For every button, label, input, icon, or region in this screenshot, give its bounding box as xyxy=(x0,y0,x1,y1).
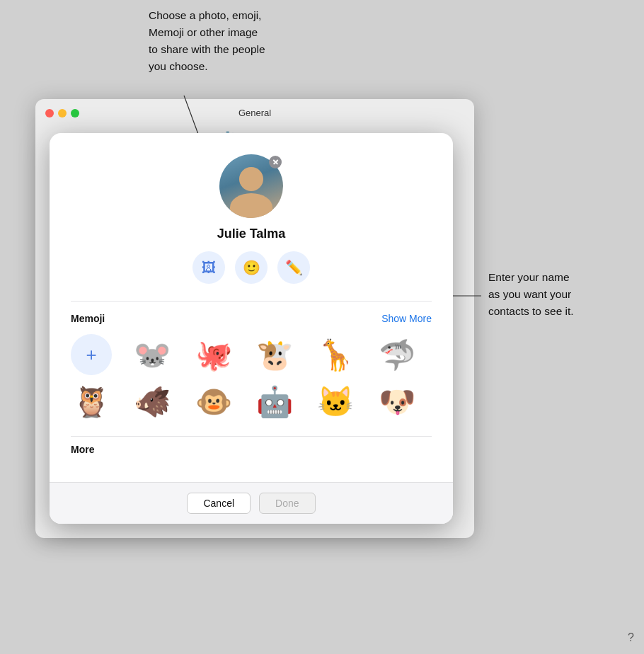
emoji-robot[interactable]: 🤖 xyxy=(254,381,295,422)
emoji-mouse[interactable]: 🐭 xyxy=(132,334,173,375)
emoji-giraffe[interactable]: 🦒 xyxy=(315,334,356,375)
emoji-owl[interactable]: 🦉 xyxy=(71,381,112,422)
photos-icon: 🖼 xyxy=(202,260,216,276)
help-button[interactable]: ? xyxy=(628,631,634,644)
more-label: More xyxy=(71,436,432,461)
done-button[interactable]: Done xyxy=(259,493,315,514)
callout-right: Enter your name as you want your contact… xyxy=(488,269,630,320)
modal-footer: Cancel Done xyxy=(50,482,453,524)
close-button[interactable] xyxy=(45,109,54,117)
show-more-button[interactable]: Show More xyxy=(381,313,432,324)
modal-body: Julie Talma 🖼 🙂 ✏️ Memoji Show More xyxy=(50,133,453,482)
more-section: More xyxy=(71,436,432,461)
plus-icon: + xyxy=(86,344,96,366)
memoji-label: Memoji xyxy=(71,313,105,324)
profile-name: Julie Talma xyxy=(217,226,286,241)
section-divider xyxy=(71,301,432,302)
add-memoji-button[interactable]: + xyxy=(71,334,112,375)
callout-top-text: Choose a photo, emoji, Memoji or other i… xyxy=(149,9,265,72)
maximize-button[interactable] xyxy=(71,109,79,117)
remove-photo-button[interactable] xyxy=(269,156,282,168)
profile-section: Julie Talma 🖼 🙂 ✏️ xyxy=(71,154,432,284)
emoji-icon: 🙂 xyxy=(243,259,260,276)
profile-modal: Julie Talma 🖼 🙂 ✏️ Memoji Show More xyxy=(50,133,453,524)
cancel-button[interactable]: Cancel xyxy=(187,493,251,514)
emoji-boar[interactable]: 🐗 xyxy=(132,381,173,422)
callout-top: Choose a photo, emoji, Memoji or other i… xyxy=(149,7,265,75)
emoji-grid: + 🐭 🐙 🐮 🦒 🦈 🦉 🐗 🐵 🤖 🐱 🐶 xyxy=(71,334,432,422)
avatar-wrapper xyxy=(219,154,283,218)
edit-icon: ✏️ xyxy=(285,259,303,276)
window-title: General xyxy=(238,108,271,118)
photos-button[interactable]: 🖼 xyxy=(192,251,225,284)
emoji-cow[interactable]: 🐮 xyxy=(254,334,295,375)
edit-button[interactable]: ✏️ xyxy=(277,251,310,284)
emoji-shark[interactable]: 🦈 xyxy=(376,334,418,375)
emoji-octopus[interactable]: 🐙 xyxy=(193,334,234,375)
memoji-section-header: Memoji Show More xyxy=(71,313,432,324)
minimize-button[interactable] xyxy=(58,109,67,117)
titlebar: General xyxy=(35,99,474,127)
emoji-dog[interactable]: 🐶 xyxy=(376,381,418,422)
emoji-monkey[interactable]: 🐵 xyxy=(193,381,234,422)
emoji-button[interactable]: 🙂 xyxy=(235,251,268,284)
emoji-cat[interactable]: 🐱 xyxy=(315,381,356,422)
traffic-lights xyxy=(45,109,79,117)
action-buttons: 🖼 🙂 ✏️ xyxy=(192,251,310,284)
